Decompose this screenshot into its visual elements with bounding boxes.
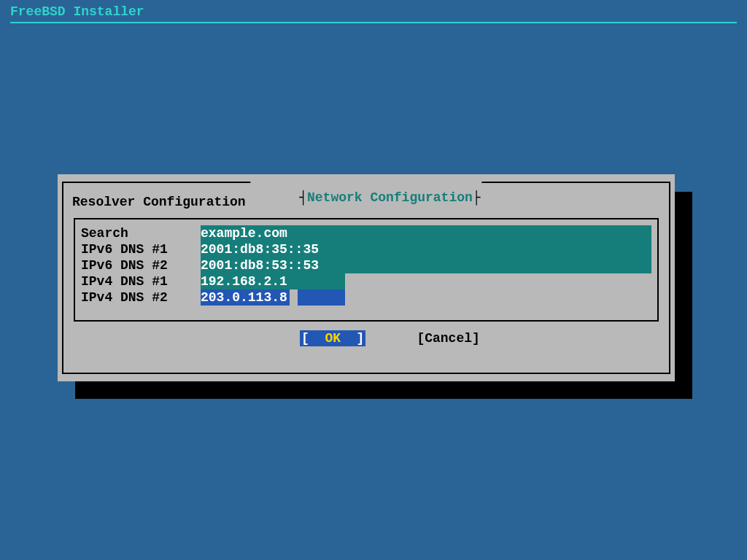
header-divider (10, 22, 737, 23)
label-search: Search (81, 225, 201, 241)
form-area: Search example.com IPv6 DNS #1 2001:db8:… (74, 218, 659, 322)
row-ipv6-dns-2: IPv6 DNS #2 2001:db8:53::53 (81, 257, 651, 273)
input-ipv6-dns-2-value: 2001:db8:53::53 (201, 257, 319, 273)
label-ipv6-dns-1: IPv6 DNS #1 (81, 241, 201, 257)
label-ipv6-dns-2: IPv6 DNS #2 (81, 257, 201, 273)
text-cursor (290, 289, 298, 306)
input-ipv4-dns-1-value: 192.168.2.1 (201, 273, 287, 289)
dialog-border: ┤Network Configuration├ Resolver Configu… (62, 182, 670, 374)
label-ipv4-dns-2: IPv4 DNS #2 (81, 289, 201, 306)
row-search: Search example.com (81, 225, 651, 241)
input-ipv4-dns-2[interactable]: 203.0.113.8 (201, 289, 651, 306)
cancel-button[interactable]: [Cancel] (417, 330, 479, 346)
row-ipv4-dns-1: IPv4 DNS #1 192.168.2.1 (81, 273, 651, 289)
row-ipv6-dns-1: IPv6 DNS #1 2001:db8:35::35 (81, 241, 651, 257)
input-ipv4-dns-2-value: 203.0.113.8 (201, 289, 287, 306)
dialog-subtitle: Resolver Configuration (72, 195, 246, 209)
input-search[interactable]: example.com (201, 225, 651, 241)
input-ipv6-dns-1[interactable]: 2001:db8:35::35 (201, 241, 651, 257)
input-ipv6-dns-1-value: 2001:db8:35::35 (201, 241, 319, 257)
dialog-title-text: Network Configuration (307, 190, 473, 205)
dialog-title: ┤Network Configuration├ (250, 176, 481, 219)
input-search-value: example.com (201, 225, 287, 241)
label-ipv4-dns-1: IPv4 DNS #1 (81, 273, 201, 289)
row-ipv4-dns-2: IPv4 DNS #2 203.0.113.8 (81, 289, 651, 306)
input-ipv6-dns-2[interactable]: 2001:db8:53::53 (201, 257, 651, 273)
dialog-buttons: [ OK ][Cancel] (63, 316, 669, 361)
network-config-dialog: ┤Network Configuration├ Resolver Configu… (58, 174, 675, 381)
input-ipv4-dns-1[interactable]: 192.168.2.1 (201, 273, 651, 289)
ok-button[interactable]: [ OK ] (300, 330, 365, 346)
page-title: FreeBSD Installer (10, 4, 144, 19)
